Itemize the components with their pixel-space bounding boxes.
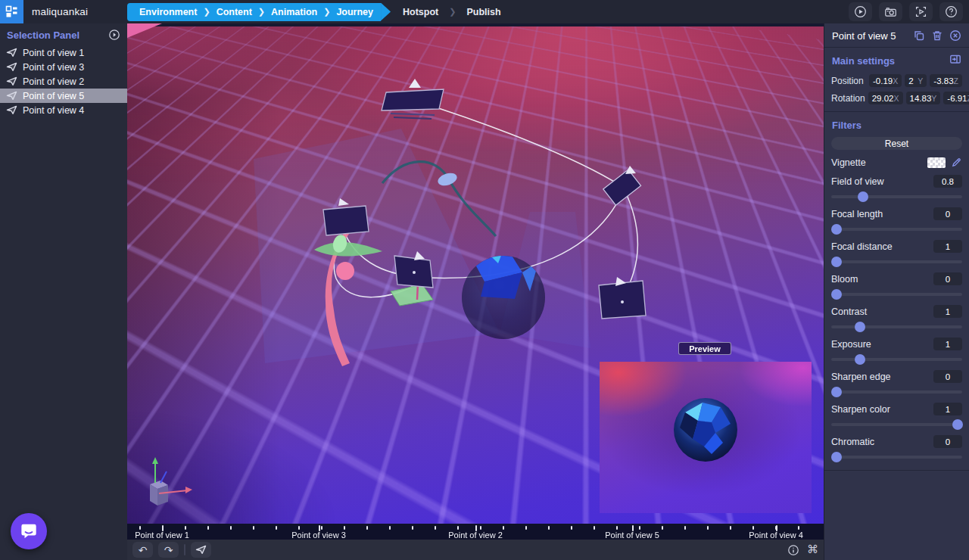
scene-3d[interactable]: Preview: [127, 23, 824, 524]
timeline-label-point-of-view-2[interactable]: Point of view 2: [448, 530, 503, 540]
filter-value-input[interactable]: 1: [933, 240, 962, 253]
sidebar-item-point-of-view-5[interactable]: Point of view 5: [0, 89, 127, 103]
trash-icon[interactable]: [931, 30, 943, 42]
timeline-tick: [639, 526, 640, 530]
filter-value-input[interactable]: 0.8: [933, 175, 962, 188]
filter-value-input[interactable]: 0: [933, 370, 962, 383]
filter-value-input[interactable]: 1: [933, 338, 962, 350]
slider-thumb[interactable]: [952, 419, 963, 430]
filter-slider[interactable]: [831, 322, 962, 332]
filter-value-input[interactable]: 0: [933, 435, 962, 448]
pencil-icon[interactable]: [951, 157, 962, 168]
filter-slider[interactable]: [831, 289, 962, 300]
timeline-tick: [798, 526, 799, 530]
play-button[interactable]: [849, 2, 872, 21]
breadcrumb-environment[interactable]: Environment: [133, 7, 203, 17]
inspector-header: Point of view 5: [824, 23, 969, 48]
filter-sharpen-edge: Sharpen edge0: [824, 368, 969, 400]
position-z-input[interactable]: -3.83Z: [930, 74, 962, 87]
camera-marker-1[interactable]: [382, 79, 444, 119]
slider-thumb[interactable]: [831, 289, 842, 300]
filter-slider[interactable]: [831, 387, 962, 397]
redo-button[interactable]: ↷: [158, 542, 179, 558]
preview-mode-button[interactable]: [909, 2, 933, 21]
undo-button[interactable]: ↶: [132, 542, 153, 558]
sidebar-item-point-of-view-3[interactable]: Point of view 3: [0, 60, 127, 74]
slider-thumb[interactable]: [831, 387, 842, 397]
sidebar-item-label: Point of view 3: [23, 62, 84, 73]
pov-icon: [6, 62, 17, 72]
filter-slider[interactable]: [831, 191, 962, 202]
slider-thumb[interactable]: [831, 224, 842, 235]
slider-thumb[interactable]: [858, 191, 868, 202]
timeline-tick: [207, 526, 209, 530]
filter-value-input[interactable]: 1: [933, 403, 962, 415]
breadcrumb-hotspot[interactable]: Hotspot: [403, 7, 438, 17]
rotation-x-input[interactable]: 29.02X: [868, 92, 903, 104]
timeline-tick: [412, 526, 413, 530]
app-logo[interactable]: [0, 0, 23, 23]
duplicate-icon[interactable]: [913, 30, 925, 42]
top-bar: maliquankai Environment❯Content❯Animatio…: [0, 0, 969, 23]
preview-window[interactable]: [600, 362, 812, 513]
vignette-color-swatch[interactable]: [927, 157, 946, 168]
info-icon[interactable]: [787, 544, 799, 556]
help-button[interactable]: [939, 2, 963, 21]
filter-slider[interactable]: [831, 354, 962, 365]
breadcrumb-journey[interactable]: Journey: [330, 7, 379, 17]
timeline-tick: [752, 526, 754, 530]
timeline-label-point-of-view-3[interactable]: Point of view 3: [291, 530, 346, 540]
filter-sharpen-color: Sharpen color1: [824, 400, 969, 433]
breadcrumb-content[interactable]: Content: [210, 7, 258, 17]
slider-thumb[interactable]: [831, 257, 842, 267]
filter-focal-distance: Focal distance1: [824, 238, 969, 270]
rotation-y-input[interactable]: 14.83Y: [906, 92, 941, 104]
app-name: maliquankai: [32, 6, 88, 17]
viewport-3d[interactable]: Preview Point: [127, 23, 824, 560]
vignette-row: Vignette: [824, 154, 969, 173]
rotation-z-input[interactable]: -6.91Z: [943, 92, 969, 104]
timeline-label-point-of-view-1[interactable]: Point of view 1: [135, 530, 189, 540]
filter-slider[interactable]: [831, 224, 962, 235]
add-pov-button[interactable]: [191, 542, 211, 558]
sidebar-item-point-of-view-1[interactable]: Point of view 1: [0, 45, 127, 60]
rotation-row: Rotation 29.02X 14.83Y -6.91Z: [824, 89, 969, 107]
filter-value-input[interactable]: 1: [933, 305, 962, 318]
breadcrumb-animation[interactable]: Animation: [265, 7, 323, 17]
chevron-right-icon: ❯: [203, 7, 210, 17]
dock-panel-icon[interactable]: [949, 53, 961, 65]
command-icon[interactable]: ⌘: [807, 544, 818, 555]
position-x-input[interactable]: -0.19X: [869, 74, 902, 87]
slider-thumb[interactable]: [855, 354, 865, 365]
position-y-input[interactable]: 2Y: [905, 74, 927, 87]
path-marker[interactable]: [436, 171, 458, 188]
filter-slider[interactable]: [831, 452, 962, 462]
sidebar-item-label: Point of view 5: [23, 91, 84, 101]
pink-handle[interactable]: [336, 262, 354, 280]
collapse-panel-button[interactable]: [108, 29, 120, 41]
screenshot-button[interactable]: [879, 2, 902, 21]
inspector-panel: Point of view 5 Main settings Position -…: [824, 23, 969, 560]
filter-value-input[interactable]: 0: [933, 207, 962, 220]
reset-filters-button[interactable]: Reset: [831, 137, 962, 150]
position-row: Position -0.19X 2Y -3.83Z: [824, 72, 969, 89]
play-circle-icon: [853, 5, 868, 19]
filter-slider[interactable]: [831, 257, 962, 267]
breadcrumb-publish[interactable]: Publish: [466, 7, 500, 17]
chat-launcher-button[interactable]: [11, 513, 47, 549]
camera-marker-2[interactable]: [603, 166, 641, 205]
filter-slider[interactable]: [831, 419, 962, 430]
timeline-label-point-of-view-5[interactable]: Point of view 5: [605, 530, 659, 540]
timeline-tick: [457, 526, 459, 530]
timeline-label-point-of-view-4[interactable]: Point of view 4: [749, 530, 803, 540]
camera-marker-5[interactable]: [599, 277, 646, 319]
timeline[interactable]: Point of view 1Point of view 3Point of v…: [127, 524, 824, 540]
sidebar-item-label: Point of view 1: [23, 48, 84, 58]
sidebar-item-point-of-view-4[interactable]: Point of view 4: [0, 103, 127, 117]
axes-gizmo[interactable]: [150, 457, 192, 506]
close-icon[interactable]: [949, 30, 961, 42]
filter-value-input[interactable]: 0: [933, 272, 962, 285]
sidebar-item-point-of-view-2[interactable]: Point of view 2: [0, 74, 127, 89]
slider-thumb[interactable]: [855, 322, 865, 332]
slider-thumb[interactable]: [831, 452, 842, 462]
